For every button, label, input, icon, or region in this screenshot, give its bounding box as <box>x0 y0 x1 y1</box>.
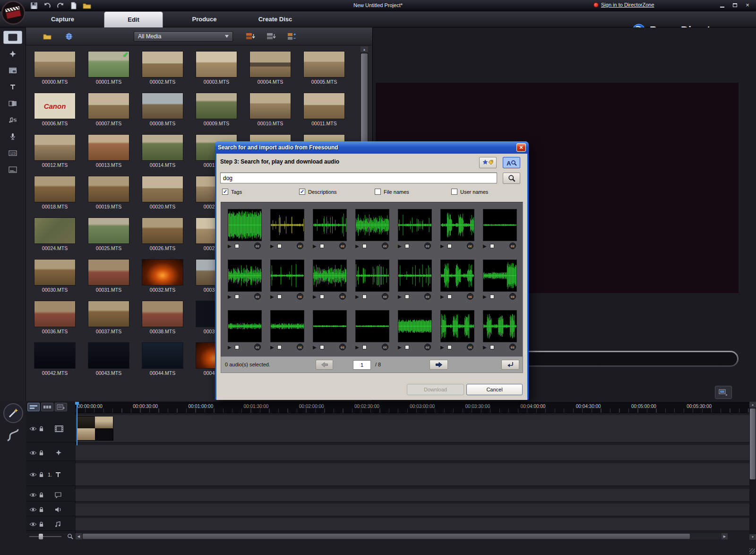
media-item[interactable]: 00007.MTS <box>82 88 136 130</box>
timeline-vertical-scrollbar[interactable] <box>749 402 756 540</box>
media-item[interactable]: 00002.MTS <box>136 46 189 88</box>
cancel-button[interactable]: Cancel <box>466 384 523 395</box>
minimize-button[interactable] <box>718 1 726 9</box>
select-audio-checkbox[interactable] <box>320 244 324 248</box>
window-resize-grip[interactable] <box>749 548 755 554</box>
scrollbar-thumb[interactable] <box>361 53 368 146</box>
tab-produce[interactable]: Produce <box>175 11 234 27</box>
play-audio-button[interactable]: ▶ <box>270 344 274 350</box>
scroll-up-arrow[interactable] <box>749 402 756 408</box>
previous-page-button[interactable] <box>316 360 333 370</box>
media-item[interactable]: 00013.MTS <box>82 130 136 171</box>
play-audio-button[interactable]: ▶ <box>440 294 444 300</box>
select-audio-checkbox[interactable] <box>447 345 452 349</box>
filter-checkbox-descriptions[interactable]: ✓Descriptions <box>299 189 337 195</box>
play-audio-button[interactable]: ▶ <box>483 243 487 249</box>
audio-waveform[interactable] <box>440 260 474 292</box>
audio-waveform[interactable] <box>313 260 347 292</box>
media-item[interactable]: 00003.MTS <box>189 46 243 88</box>
track-visibility-toggle[interactable] <box>29 426 37 431</box>
sidebar-item-voice-over-room[interactable] <box>3 130 22 143</box>
audio-waveform[interactable] <box>355 260 389 292</box>
scrollbar-thumb[interactable] <box>83 534 690 539</box>
search-button[interactable] <box>503 173 520 184</box>
filter-checkbox-user-names[interactable]: User names <box>451 189 488 195</box>
video-clip[interactable] <box>77 416 113 441</box>
audio-waveform[interactable] <box>398 209 432 241</box>
track-lock-toggle[interactable] <box>39 521 44 528</box>
sidebar-item-subtitle-room[interactable] <box>3 163 22 176</box>
play-audio-button[interactable]: ▶ <box>483 294 487 300</box>
play-audio-button[interactable]: ▶ <box>313 344 317 350</box>
magic-tools-button[interactable] <box>3 403 24 424</box>
select-audio-checkbox[interactable] <box>277 295 282 299</box>
track-visibility-toggle[interactable] <box>29 493 37 497</box>
next-page-button[interactable] <box>430 360 448 370</box>
select-audio-checkbox[interactable] <box>490 244 494 248</box>
select-audio-checkbox[interactable] <box>490 345 494 349</box>
select-audio-checkbox[interactable] <box>447 295 452 299</box>
track-lock-toggle[interactable] <box>39 471 44 477</box>
media-item[interactable]: 00008.MTS <box>136 88 189 130</box>
new-project-icon[interactable] <box>69 1 78 10</box>
audio-waveform[interactable] <box>228 310 262 342</box>
play-audio-button[interactable]: ▶ <box>355 344 359 350</box>
audio-waveform[interactable] <box>228 260 262 292</box>
play-audio-button[interactable]: ▶ <box>313 243 317 249</box>
play-audio-button[interactable]: ▶ <box>355 294 359 300</box>
media-item[interactable]: 00038.MTS <box>136 296 189 338</box>
tab-create-disc[interactable]: Create Disc <box>246 11 305 27</box>
effects-path-button[interactable] <box>6 427 20 443</box>
play-audio-button[interactable]: ▶ <box>270 294 274 300</box>
audio-waveform[interactable] <box>270 260 304 292</box>
audio-waveform[interactable] <box>270 209 304 241</box>
filter-checkbox-tags[interactable]: ✓Tags <box>222 189 242 195</box>
media-item[interactable]: 00010.MTS <box>243 88 297 130</box>
select-audio-checkbox[interactable] <box>405 295 409 299</box>
tab-edit[interactable]: Edit <box>104 11 163 27</box>
directorzone-signin-link[interactable]: Sign in to DirectorZone <box>593 2 654 8</box>
audio-waveform[interactable] <box>398 260 432 292</box>
track-lock-toggle[interactable] <box>39 492 44 498</box>
track-visibility-toggle[interactable] <box>29 522 37 527</box>
track-lock-toggle[interactable] <box>39 507 44 513</box>
media-item[interactable]: 00019.MTS <box>82 171 136 213</box>
play-audio-button[interactable]: ▶ <box>440 243 444 249</box>
select-audio-checkbox[interactable] <box>235 345 239 349</box>
track-manager-button[interactable] <box>55 403 67 411</box>
audio-waveform[interactable] <box>270 310 304 342</box>
dialog-titlebar[interactable]: Search for and import audio from Freesou… <box>215 141 529 154</box>
media-item[interactable]: 00026.MTS <box>136 213 189 254</box>
import-selected-button[interactable] <box>501 360 519 370</box>
library-tool-button-3[interactable] <box>286 32 298 41</box>
track-lane-title[interactable] <box>76 463 749 486</box>
select-audio-checkbox[interactable] <box>235 295 239 299</box>
play-audio-button[interactable]: ▶ <box>398 294 402 300</box>
dialog-close-button[interactable]: × <box>516 143 526 152</box>
keyword-search-button[interactable]: A <box>503 157 520 168</box>
select-audio-checkbox[interactable] <box>235 244 239 248</box>
storyboard-view-button[interactable] <box>41 403 53 411</box>
track-lane-audio[interactable] <box>76 503 749 516</box>
media-item[interactable]: 00024.MTS <box>28 213 82 254</box>
sidebar-item-chapter-room[interactable]: 123 <box>3 147 22 160</box>
media-item[interactable]: 00025.MTS <box>82 213 136 254</box>
audio-waveform[interactable] <box>313 310 347 342</box>
sidebar-item-transition-room[interactable] <box>3 97 22 110</box>
media-item[interactable]: 00032.MTS <box>136 254 189 296</box>
select-audio-checkbox[interactable] <box>277 345 282 349</box>
select-audio-checkbox[interactable] <box>277 244 282 248</box>
library-tool-button-2[interactable] <box>265 32 277 41</box>
media-item[interactable]: ✓00001.MTS <box>82 46 136 88</box>
play-audio-button[interactable]: ▶ <box>228 243 232 249</box>
audio-waveform[interactable] <box>313 209 347 241</box>
track-lock-toggle[interactable] <box>39 425 44 432</box>
sidebar-item-effect-room[interactable] <box>3 47 22 61</box>
play-audio-button[interactable]: ▶ <box>398 344 402 350</box>
zoom-slider-handle[interactable] <box>39 534 43 539</box>
redo-icon[interactable] <box>56 1 65 10</box>
media-item[interactable]: 00031.MTS <box>82 254 136 296</box>
select-audio-checkbox[interactable] <box>405 244 409 248</box>
media-filter-dropdown[interactable]: All Media <box>134 31 233 42</box>
page-number-input[interactable] <box>353 360 371 370</box>
